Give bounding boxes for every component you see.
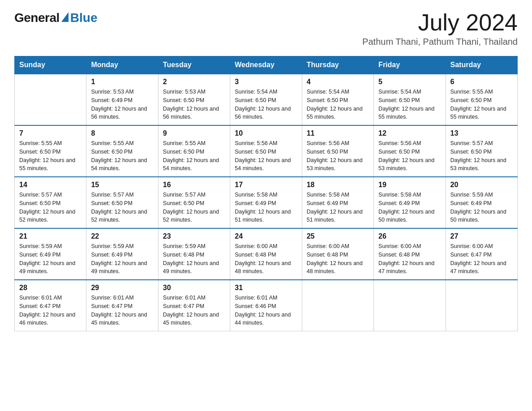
calendar-cell: 27Sunrise: 6:00 AMSunset: 6:47 PMDayligh… — [446, 228, 517, 280]
week-row-2: 7Sunrise: 5:55 AMSunset: 6:50 PMDaylight… — [15, 125, 518, 177]
calendar-cell — [15, 74, 86, 125]
logo-general-text: General — [14, 11, 60, 25]
calendar-cell: 8Sunrise: 5:55 AMSunset: 6:50 PMDaylight… — [86, 125, 158, 177]
week-row-1: 1Sunrise: 5:53 AMSunset: 6:49 PMDaylight… — [15, 74, 518, 125]
day-number: 8 — [91, 129, 153, 137]
calendar-cell: 24Sunrise: 6:00 AMSunset: 6:48 PMDayligh… — [230, 228, 302, 280]
calendar-cell: 13Sunrise: 5:57 AMSunset: 6:50 PMDayligh… — [446, 125, 517, 177]
page-header: General Blue July 2024 Pathum Thani, Pat… — [14, 11, 518, 47]
calendar-cell: 12Sunrise: 5:56 AMSunset: 6:50 PMDayligh… — [374, 125, 446, 177]
day-number: 15 — [91, 181, 153, 189]
day-info: Sunrise: 5:55 AMSunset: 6:50 PMDaylight:… — [19, 139, 82, 173]
calendar-cell: 6Sunrise: 5:55 AMSunset: 6:50 PMDaylight… — [446, 74, 517, 125]
day-number: 23 — [163, 232, 225, 240]
day-info: Sunrise: 6:00 AMSunset: 6:48 PMDaylight:… — [235, 242, 297, 276]
calendar-cell: 14Sunrise: 5:57 AMSunset: 6:50 PMDayligh… — [15, 177, 86, 228]
day-number: 3 — [235, 78, 297, 86]
day-info: Sunrise: 5:56 AMSunset: 6:50 PMDaylight:… — [378, 139, 441, 173]
day-number: 10 — [235, 129, 297, 137]
logo-blue-text: Blue — [70, 11, 98, 25]
calendar-cell: 31Sunrise: 6:01 AMSunset: 6:46 PMDayligh… — [230, 280, 302, 331]
day-number: 12 — [378, 129, 441, 137]
day-info: Sunrise: 5:57 AMSunset: 6:50 PMDaylight:… — [91, 191, 153, 224]
calendar-cell: 28Sunrise: 6:01 AMSunset: 6:47 PMDayligh… — [15, 280, 86, 331]
day-info: Sunrise: 5:53 AMSunset: 6:49 PMDaylight:… — [91, 88, 153, 121]
day-number: 29 — [91, 284, 153, 292]
calendar-cell: 11Sunrise: 5:56 AMSunset: 6:50 PMDayligh… — [302, 125, 373, 177]
weekday-header-monday: Monday — [86, 56, 158, 74]
week-row-4: 21Sunrise: 5:59 AMSunset: 6:49 PMDayligh… — [15, 228, 518, 280]
day-info: Sunrise: 5:53 AMSunset: 6:50 PMDaylight:… — [163, 88, 225, 121]
day-info: Sunrise: 5:59 AMSunset: 6:49 PMDaylight:… — [450, 191, 513, 224]
day-number: 17 — [235, 181, 297, 189]
day-info: Sunrise: 5:58 AMSunset: 6:49 PMDaylight:… — [235, 191, 297, 224]
weekday-header-tuesday: Tuesday — [158, 56, 230, 74]
calendar-cell: 15Sunrise: 5:57 AMSunset: 6:50 PMDayligh… — [86, 177, 158, 228]
calendar-cell: 9Sunrise: 5:55 AMSunset: 6:50 PMDaylight… — [158, 125, 230, 177]
day-info: Sunrise: 6:01 AMSunset: 6:46 PMDaylight:… — [235, 294, 297, 327]
weekday-header-sunday: Sunday — [15, 56, 86, 74]
day-number: 27 — [450, 232, 513, 240]
day-info: Sunrise: 5:55 AMSunset: 6:50 PMDaylight:… — [163, 139, 225, 173]
day-number: 13 — [450, 129, 513, 137]
day-number: 18 — [307, 181, 369, 189]
title-section: July 2024 Pathum Thani, Pathum Thani, Th… — [362, 11, 518, 47]
weekday-header-thursday: Thursday — [302, 56, 373, 74]
day-info: Sunrise: 5:57 AMSunset: 6:50 PMDaylight:… — [19, 191, 82, 224]
calendar-cell: 10Sunrise: 5:56 AMSunset: 6:50 PMDayligh… — [230, 125, 302, 177]
day-number: 14 — [19, 181, 82, 189]
weekday-header-friday: Friday — [374, 56, 446, 74]
day-info: Sunrise: 5:56 AMSunset: 6:50 PMDaylight:… — [235, 139, 297, 173]
day-info: Sunrise: 5:54 AMSunset: 6:50 PMDaylight:… — [378, 88, 441, 121]
calendar-cell: 22Sunrise: 5:59 AMSunset: 6:49 PMDayligh… — [86, 228, 158, 280]
calendar-cell: 18Sunrise: 5:58 AMSunset: 6:49 PMDayligh… — [302, 177, 373, 228]
logo: General Blue — [14, 11, 97, 25]
day-number: 9 — [163, 129, 225, 137]
day-number: 28 — [19, 284, 82, 292]
calendar-cell — [374, 280, 446, 331]
day-number: 1 — [91, 78, 153, 86]
day-info: Sunrise: 5:57 AMSunset: 6:50 PMDaylight:… — [163, 191, 225, 224]
calendar-table: SundayMondayTuesdayWednesdayThursdayFrid… — [14, 56, 518, 331]
calendar-cell: 7Sunrise: 5:55 AMSunset: 6:50 PMDaylight… — [15, 125, 86, 177]
calendar-cell: 21Sunrise: 5:59 AMSunset: 6:49 PMDayligh… — [15, 228, 86, 280]
day-number: 31 — [235, 284, 297, 292]
calendar-cell: 17Sunrise: 5:58 AMSunset: 6:49 PMDayligh… — [230, 177, 302, 228]
day-info: Sunrise: 5:54 AMSunset: 6:50 PMDaylight:… — [307, 88, 369, 121]
day-info: Sunrise: 5:54 AMSunset: 6:50 PMDaylight:… — [235, 88, 297, 121]
day-info: Sunrise: 6:00 AMSunset: 6:47 PMDaylight:… — [450, 242, 513, 276]
calendar-cell: 25Sunrise: 6:00 AMSunset: 6:48 PMDayligh… — [302, 228, 373, 280]
calendar-cell: 1Sunrise: 5:53 AMSunset: 6:49 PMDaylight… — [86, 74, 158, 125]
day-info: Sunrise: 6:01 AMSunset: 6:47 PMDaylight:… — [91, 294, 153, 327]
day-info: Sunrise: 5:59 AMSunset: 6:48 PMDaylight:… — [163, 242, 225, 276]
month-year-title: July 2024 — [362, 11, 518, 34]
day-number: 7 — [19, 129, 82, 137]
day-number: 26 — [378, 232, 441, 240]
day-info: Sunrise: 5:57 AMSunset: 6:50 PMDaylight:… — [450, 139, 513, 173]
day-info: Sunrise: 6:00 AMSunset: 6:48 PMDaylight:… — [378, 242, 441, 276]
logo-triangle-icon — [61, 12, 69, 22]
calendar-cell: 20Sunrise: 5:59 AMSunset: 6:49 PMDayligh… — [446, 177, 517, 228]
day-info: Sunrise: 5:55 AMSunset: 6:50 PMDaylight:… — [450, 88, 513, 121]
calendar-cell: 16Sunrise: 5:57 AMSunset: 6:50 PMDayligh… — [158, 177, 230, 228]
week-row-5: 28Sunrise: 6:01 AMSunset: 6:47 PMDayligh… — [15, 280, 518, 331]
day-info: Sunrise: 6:00 AMSunset: 6:48 PMDaylight:… — [307, 242, 369, 276]
day-number: 6 — [450, 78, 513, 86]
day-number: 5 — [378, 78, 441, 86]
calendar-cell: 2Sunrise: 5:53 AMSunset: 6:50 PMDaylight… — [158, 74, 230, 125]
day-number: 4 — [307, 78, 369, 86]
calendar-cell: 26Sunrise: 6:00 AMSunset: 6:48 PMDayligh… — [374, 228, 446, 280]
day-number: 24 — [235, 232, 297, 240]
day-info: Sunrise: 5:55 AMSunset: 6:50 PMDaylight:… — [91, 139, 153, 173]
day-number: 11 — [307, 129, 369, 137]
calendar-cell: 30Sunrise: 6:01 AMSunset: 6:47 PMDayligh… — [158, 280, 230, 331]
day-info: Sunrise: 5:59 AMSunset: 6:49 PMDaylight:… — [91, 242, 153, 276]
weekday-header-saturday: Saturday — [446, 56, 517, 74]
day-info: Sunrise: 6:01 AMSunset: 6:47 PMDaylight:… — [19, 294, 82, 327]
day-info: Sunrise: 5:59 AMSunset: 6:49 PMDaylight:… — [19, 242, 82, 276]
calendar-cell: 29Sunrise: 6:01 AMSunset: 6:47 PMDayligh… — [86, 280, 158, 331]
day-number: 22 — [91, 232, 153, 240]
day-number: 19 — [378, 181, 441, 189]
calendar-cell: 3Sunrise: 5:54 AMSunset: 6:50 PMDaylight… — [230, 74, 302, 125]
day-number: 16 — [163, 181, 225, 189]
